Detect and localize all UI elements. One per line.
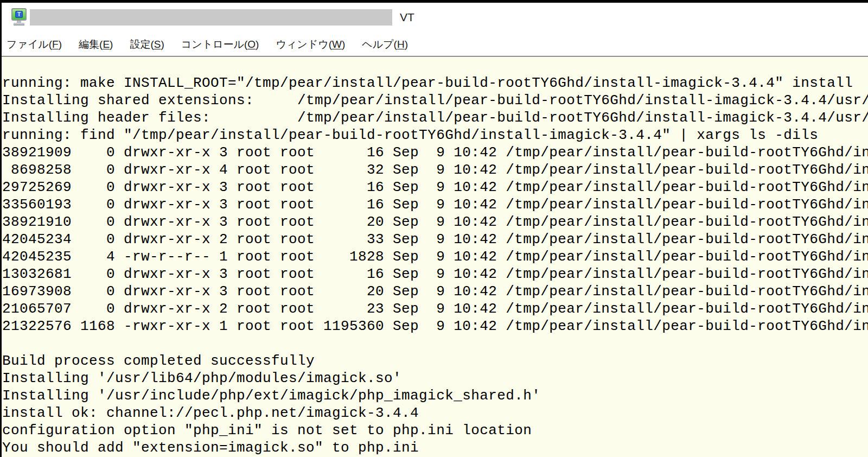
menu-item-label: ウィンドウ( [276,39,332,50]
menu-item-label: ) [59,39,62,50]
menu-item-label: ) [342,39,345,50]
menu-item-window[interactable]: ウィンドウ(W) [276,37,345,52]
terminal-line: 38921909 0 drwxr-xr-x 3 root root 16 Sep… [2,144,868,161]
terminal-window: T VT ファイル(F)編集(E)設定(S)コントロール(O)ウィンドウ(W)ヘ… [2,3,868,457]
monitor-base [14,23,24,26]
terminal-line: 42045234 0 drwxr-xr-x 2 root root 33 Sep… [2,231,868,248]
menu-bar: ファイル(F)編集(E)設定(S)コントロール(O)ウィンドウ(W)ヘルプ(H) [2,33,868,56]
menu-accelerator: W [332,39,342,50]
terminal-line: 21322576 1168 -rwxr-xr-x 1 root root 119… [2,318,868,335]
title-bar[interactable]: T VT [2,3,868,33]
terminal-line [2,57,868,74]
menu-accelerator: S [154,39,161,50]
menu-item-label: ) [161,39,164,50]
title-vt-label: VT [400,11,414,24]
app-icon-letter: T [15,11,23,18]
terminal-line: You should add "extension=imagick.so" to… [2,439,868,456]
menu-item-edit[interactable]: 編集(E) [79,37,113,52]
menu-accelerator: F [52,39,59,50]
terminal-line: running: make INSTALL_ROOT="/tmp/pear/in… [2,74,868,92]
menu-item-label: コントロール( [181,39,248,50]
terminal-line: Installing header files: /tmp/pear/insta… [2,109,868,126]
menu-accelerator: E [103,39,110,50]
menu-item-file[interactable]: ファイル(F) [7,37,62,52]
terminal-line: Installing '/usr/lib64/php/modules/imagi… [2,370,868,387]
terminal-line: Installing '/usr/include/php/ext/imagick… [2,387,868,404]
terminal-line: 8698258 0 drwxr-xr-x 4 root root 32 Sep … [2,161,868,179]
terminal-line: running: find "/tmp/pear/install/pear-bu… [2,126,868,144]
menu-item-label: ) [256,39,259,50]
terminal-line [2,335,868,352]
terminal-line: 29725269 0 drwxr-xr-x 3 root root 16 Sep… [2,179,868,196]
menu-accelerator: O [247,39,256,50]
terminal-line: 21065707 0 drwxr-xr-x 2 root root 23 Sep… [2,300,868,318]
app-icon[interactable]: T [11,8,27,28]
menu-accelerator: H [397,39,405,50]
terminal-output[interactable]: running: make INSTALL_ROOT="/tmp/pear/in… [2,57,868,457]
terminal-line: 33560193 0 drwxr-xr-x 3 root root 16 Sep… [2,196,868,213]
title-redacted-box [30,9,392,26]
menu-item-label: ) [110,39,113,50]
terminal-line: Build process completed successfully [2,352,868,370]
monitor-icon: T [11,8,27,21]
terminal-line: install ok: channel://pecl.php.net/imagi… [2,404,868,422]
terminal-line: Installing shared extensions: /tmp/pear/… [2,92,868,109]
menu-item-help[interactable]: ヘルプ(H) [362,37,408,52]
terminal-line: 38921910 0 drwxr-xr-x 3 root root 20 Sep… [2,213,868,231]
terminal-line: configuration option "php_ini" is not se… [2,422,868,439]
menu-item-label: 編集( [79,39,103,50]
menu-item-label: ファイル( [7,39,52,50]
desktop-background: T VT ファイル(F)編集(E)設定(S)コントロール(O)ウィンドウ(W)ヘ… [0,0,868,457]
menu-item-label: ) [405,39,408,50]
menu-item-setup[interactable]: 設定(S) [130,37,164,52]
terminal-line: 16973908 0 drwxr-xr-x 3 root root 20 Sep… [2,283,868,300]
terminal-line: 42045235 4 -rw-r--r-- 1 root root 1828 S… [2,248,868,265]
menu-item-control[interactable]: コントロール(O) [181,37,259,52]
terminal-line: 13032681 0 drwxr-xr-x 3 root root 16 Sep… [2,265,868,283]
menu-item-label: 設定( [130,39,154,50]
menu-item-label: ヘルプ( [362,39,397,50]
